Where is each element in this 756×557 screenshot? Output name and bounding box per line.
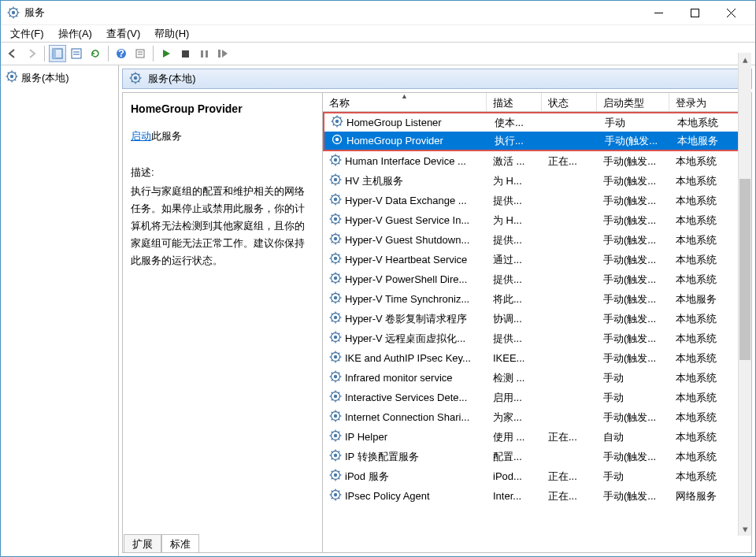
main-split: 服务(本地) 服务(本地) HomeGroup Provider 启动此服务 描… bbox=[1, 65, 755, 556]
tab-extended[interactable]: 扩展 bbox=[124, 534, 161, 553]
service-name: IP 转换配置服务 bbox=[345, 450, 419, 464]
service-row[interactable]: Human Interface Device ...激活 ...正在...手动(… bbox=[323, 151, 751, 171]
service-row[interactable]: iPod 服务iPod...正在...手动本地系统 bbox=[323, 466, 751, 486]
tree-item-services-local[interactable]: 服务(本地) bbox=[1, 69, 118, 87]
pause-service-button[interactable] bbox=[195, 45, 213, 62]
properties-button[interactable] bbox=[68, 45, 85, 62]
service-desc: 为 H... bbox=[487, 214, 542, 228]
gear-icon bbox=[329, 173, 342, 188]
menu-help[interactable]: 帮助(H) bbox=[148, 25, 195, 43]
scroll-thumb[interactable] bbox=[739, 179, 750, 360]
window-title: 服务 bbox=[24, 6, 640, 20]
service-row[interactable]: HV 主机服务为 H...手动(触发...本地系统 bbox=[323, 171, 751, 191]
gear-icon bbox=[329, 232, 342, 247]
service-desc: 激活 ... bbox=[487, 154, 542, 169]
svg-rect-25 bbox=[201, 50, 203, 58]
service-title: HomeGroup Provider bbox=[131, 102, 314, 115]
service-start-type: 手动(触发... bbox=[597, 174, 669, 188]
titlebar: 服务 bbox=[1, 1, 755, 24]
service-row[interactable]: Hyper-V PowerShell Dire...提供...手动(触发...本… bbox=[323, 269, 751, 289]
service-row[interactable]: Hyper-V Time Synchroniz...将此...手动(触发...本… bbox=[323, 289, 751, 309]
service-start-type: 手动(触发... bbox=[597, 233, 669, 247]
restart-service-button[interactable] bbox=[214, 45, 232, 62]
service-row[interactable]: Interactive Services Dete...启用...手动本地系统 bbox=[323, 388, 751, 407]
menu-file[interactable]: 文件(F) bbox=[4, 25, 50, 43]
service-row[interactable]: Hyper-V Data Exchange ...提供...手动(触发...本地… bbox=[323, 191, 751, 210]
menu-view[interactable]: 查看(V) bbox=[100, 25, 146, 43]
close-button[interactable] bbox=[713, 1, 749, 24]
svg-rect-21 bbox=[136, 50, 144, 58]
service-desc: 将此... bbox=[487, 292, 542, 306]
export-list-button[interactable] bbox=[132, 45, 149, 62]
start-service-link[interactable]: 启动 bbox=[131, 130, 151, 142]
col-start[interactable]: 启动类型 bbox=[597, 93, 669, 111]
service-start-type: 手动 bbox=[598, 116, 671, 130]
service-row[interactable]: Infrared monitor service检测 ...手动本地系统 bbox=[323, 368, 751, 388]
service-start-type: 手动(触发... bbox=[597, 214, 669, 228]
gear-icon bbox=[329, 351, 342, 366]
service-row[interactable]: Hyper-V 卷影复制请求程序协调...手动(触发...本地系统 bbox=[323, 309, 751, 329]
service-name: HomeGroup Provider bbox=[346, 135, 443, 147]
service-start-type: 手动(触发... bbox=[597, 154, 669, 169]
gear-icon bbox=[329, 154, 342, 169]
service-row[interactable]: Hyper-V Guest Shutdown...提供...手动(触发...本地… bbox=[323, 230, 751, 250]
service-row[interactable]: IP 转换配置服务配置...手动(触发...本地系统 bbox=[323, 447, 751, 466]
service-row[interactable]: Hyper-V Guest Service In...为 H...手动(触发..… bbox=[323, 210, 751, 230]
service-row[interactable]: IPsec Policy AgentInter...正在...手动(触发...网… bbox=[323, 486, 751, 506]
detail-pane: HomeGroup Provider 启动此服务 描述: 执行与家庭组的配置和维… bbox=[123, 93, 323, 552]
service-row[interactable]: HomeGroup Listener使本...手动本地系统 bbox=[323, 112, 751, 132]
service-name: Infrared monitor service bbox=[345, 372, 453, 384]
gear-icon bbox=[329, 469, 342, 484]
service-desc: 为 H... bbox=[487, 174, 542, 188]
service-row[interactable]: HomeGroup Provider执行...手动(触发...本地服务 bbox=[323, 132, 751, 151]
refresh-button[interactable] bbox=[87, 45, 104, 62]
gear-icon bbox=[329, 449, 342, 464]
content-header: 服务(本地) bbox=[122, 69, 752, 89]
vertical-scrollbar[interactable]: ▴ ▾ bbox=[738, 53, 751, 536]
service-name: Internet Connection Shari... bbox=[345, 411, 469, 423]
col-status[interactable]: 状态 bbox=[542, 93, 597, 111]
service-start-type: 手动 bbox=[597, 371, 669, 385]
service-status: 正在... bbox=[542, 154, 597, 169]
svg-rect-27 bbox=[218, 50, 220, 58]
show-hide-tree-button[interactable] bbox=[49, 45, 66, 62]
service-status: 正在... bbox=[542, 489, 597, 503]
gear-icon bbox=[331, 133, 343, 148]
service-row[interactable]: IP Helper使用 ...正在...自动本地系统 bbox=[323, 427, 751, 447]
start-service-button[interactable] bbox=[158, 45, 175, 62]
maximize-button[interactable] bbox=[676, 1, 713, 24]
service-desc: iPod... bbox=[487, 470, 542, 482]
service-desc: 使本... bbox=[488, 116, 543, 130]
service-row[interactable]: IKE and AuthIP IPsec Key...IKEE...手动(触发.… bbox=[323, 348, 751, 368]
service-name: Hyper-V Guest Service In... bbox=[345, 214, 469, 226]
service-row[interactable]: Hyper-V Heartbeat Service通过...手动(触发...本地… bbox=[323, 250, 751, 269]
gear-icon bbox=[329, 331, 342, 346]
scroll-up-icon[interactable]: ▴ bbox=[739, 53, 751, 66]
nav-back-button[interactable] bbox=[4, 45, 21, 62]
col-desc[interactable]: 描述 bbox=[487, 93, 542, 111]
service-start-type: 手动(触发... bbox=[597, 410, 669, 425]
nav-forward-button[interactable] bbox=[23, 45, 40, 62]
tree-pane: 服务(本地) bbox=[1, 65, 119, 556]
tab-bar: 扩展 标准 bbox=[124, 534, 199, 553]
content-header-title: 服务(本地) bbox=[148, 72, 196, 86]
col-name[interactable]: 名称▲ bbox=[323, 93, 487, 111]
sort-asc-icon: ▲ bbox=[401, 93, 408, 100]
help-button[interactable]: ? bbox=[113, 45, 130, 62]
service-row[interactable]: Hyper-V 远程桌面虚拟化...提供...手动(触发...本地系统 bbox=[323, 329, 751, 348]
service-name: Hyper-V Guest Shutdown... bbox=[345, 234, 469, 246]
svg-rect-24 bbox=[182, 50, 189, 58]
service-desc: 启用... bbox=[487, 391, 542, 405]
service-name: Hyper-V Heartbeat Service bbox=[345, 254, 467, 266]
service-desc: Inter... bbox=[487, 490, 542, 502]
gear-icon bbox=[329, 311, 342, 326]
scroll-down-icon[interactable]: ▾ bbox=[739, 522, 751, 536]
minimize-button[interactable] bbox=[640, 1, 676, 24]
service-row[interactable]: Internet Connection Shari...为家...手动(触发..… bbox=[323, 407, 751, 427]
service-start-type: 手动(触发... bbox=[597, 253, 669, 267]
menu-action[interactable]: 操作(A) bbox=[52, 25, 98, 43]
tab-standard[interactable]: 标准 bbox=[161, 534, 199, 553]
service-name: Hyper-V PowerShell Dire... bbox=[345, 273, 467, 285]
service-name: IKE and AuthIP IPsec Key... bbox=[345, 352, 471, 364]
stop-service-button[interactable] bbox=[176, 45, 194, 62]
